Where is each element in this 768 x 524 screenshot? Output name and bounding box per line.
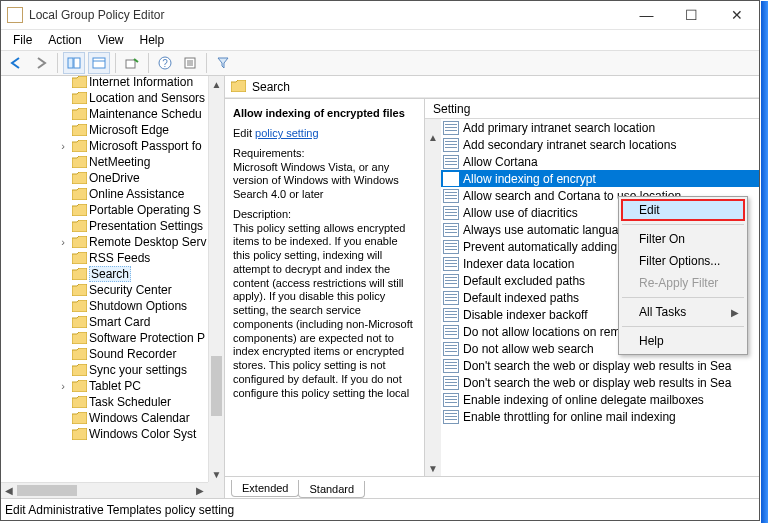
svg-rect-1: [74, 58, 80, 68]
export-button[interactable]: [121, 52, 143, 74]
tree-item-label: Sound Recorder: [89, 347, 176, 361]
filter-button[interactable]: [212, 52, 234, 74]
window-title: Local Group Policy Editor: [29, 8, 624, 22]
folder-icon: [71, 315, 87, 329]
tree-item[interactable]: Sound Recorder: [1, 346, 208, 362]
tree-item-label: Software Protection P: [89, 331, 205, 345]
folder-icon: [71, 171, 87, 185]
tree-twisty-icon[interactable]: ›: [57, 140, 69, 152]
tree-item[interactable]: Windows Color Syst: [1, 426, 208, 442]
tree-item[interactable]: Maintenance Schedu: [1, 106, 208, 122]
view-tabs: Extended Standard: [225, 476, 759, 498]
context-menu-item[interactable]: All Tasks▶: [621, 301, 745, 323]
tree-twisty-icon[interactable]: ›: [57, 236, 69, 248]
tree-item[interactable]: Task Scheduler: [1, 394, 208, 410]
refresh-button[interactable]: [179, 52, 201, 74]
tree-pane: Internet InformationLocation and Sensors…: [1, 76, 225, 498]
list-item[interactable]: Enable throttling for online mail indexi…: [441, 408, 759, 425]
tree-item[interactable]: Windows Calendar: [1, 410, 208, 426]
tree-item[interactable]: Online Assistance: [1, 186, 208, 202]
maximize-button[interactable]: ☐: [669, 1, 714, 30]
context-menu-item[interactable]: Filter On: [621, 228, 745, 250]
list-item[interactable]: Add primary intranet search location: [441, 119, 759, 136]
folder-icon: [71, 331, 87, 345]
menu-help[interactable]: Help: [134, 31, 171, 49]
tree-item-label: Smart Card: [89, 315, 150, 329]
tree-item[interactable]: ›Tablet PC: [1, 378, 208, 394]
menu-action[interactable]: Action: [42, 31, 87, 49]
statusbar: Edit Administrative Templates policy set…: [1, 498, 759, 520]
menu-file[interactable]: File: [7, 31, 38, 49]
folder-icon: [71, 139, 87, 153]
folder-icon: [71, 267, 87, 281]
policy-icon: [443, 291, 459, 305]
tree-item[interactable]: Presentation Settings: [1, 218, 208, 234]
folder-icon: [71, 107, 87, 121]
list-item[interactable]: Allow indexing of encrypt: [441, 170, 759, 187]
list-item-label: Disable indexer backoff: [463, 308, 588, 322]
list-item[interactable]: Don't search the web or display web resu…: [441, 357, 759, 374]
context-menu-item[interactable]: Edit: [621, 199, 745, 221]
help-button[interactable]: ?: [154, 52, 176, 74]
tree-item[interactable]: Sync your settings: [1, 362, 208, 378]
folder-icon: [71, 427, 87, 441]
context-menu-item: Re-Apply Filter: [621, 272, 745, 294]
tree-item[interactable]: Software Protection P: [1, 330, 208, 346]
tree-item[interactable]: Internet Information: [1, 76, 208, 90]
list-item[interactable]: Don't search the web or display web resu…: [441, 374, 759, 391]
edit-policy-link[interactable]: policy setting: [255, 127, 319, 139]
list-vscrollbar[interactable]: ▲ ▼: [425, 119, 441, 476]
close-button[interactable]: ✕: [714, 1, 759, 30]
tree-item[interactable]: ›Remote Desktop Serv: [1, 234, 208, 250]
tree-item[interactable]: Shutdown Options: [1, 298, 208, 314]
tree-item-label: RSS Feeds: [89, 251, 150, 265]
policy-icon: [443, 308, 459, 322]
tree-item-label: Sync your settings: [89, 363, 187, 377]
tree-item-label: Windows Calendar: [89, 411, 190, 425]
tab-standard[interactable]: Standard: [298, 481, 365, 498]
tree-item-label: Portable Operating S: [89, 203, 201, 217]
policy-icon: [443, 172, 459, 186]
tree-twisty-icon[interactable]: ›: [57, 380, 69, 392]
policy-icon: [443, 257, 459, 271]
forward-button[interactable]: [30, 52, 52, 74]
folder-icon: [71, 203, 87, 217]
tree-item[interactable]: Smart Card: [1, 314, 208, 330]
context-menu-item[interactable]: Help: [621, 330, 745, 352]
tree-item[interactable]: Security Center: [1, 282, 208, 298]
show-hide-tree-button[interactable]: [63, 52, 85, 74]
list-item-label: Allow use of diacritics: [463, 206, 578, 220]
back-button[interactable]: [5, 52, 27, 74]
tree-item-label: Presentation Settings: [89, 219, 203, 233]
context-menu-label: All Tasks: [639, 305, 686, 319]
menu-view[interactable]: View: [92, 31, 130, 49]
policy-icon: [443, 393, 459, 407]
column-header-setting[interactable]: Setting: [425, 99, 759, 119]
tree-item[interactable]: RSS Feeds: [1, 250, 208, 266]
tree-item[interactable]: Search: [1, 266, 208, 282]
tab-extended[interactable]: Extended: [231, 480, 299, 497]
tree-item[interactable]: Location and Sensors: [1, 90, 208, 106]
tree-hscrollbar[interactable]: ◀ ▶: [1, 482, 208, 498]
policy-icon: [443, 223, 459, 237]
tree-item-label: Tablet PC: [89, 379, 141, 393]
main-header-label: Search: [252, 80, 290, 94]
context-menu-label: Re-Apply Filter: [639, 276, 718, 290]
list-item[interactable]: Allow Cortana: [441, 153, 759, 170]
properties-button[interactable]: [88, 52, 110, 74]
list-item[interactable]: Enable indexing of online delegate mailb…: [441, 391, 759, 408]
tree-item-label: Maintenance Schedu: [89, 107, 202, 121]
tree-item[interactable]: ›Microsoft Passport fo: [1, 138, 208, 154]
tree-item[interactable]: Portable Operating S: [1, 202, 208, 218]
list-item-label: Don't search the web or display web resu…: [463, 376, 731, 390]
tree-item[interactable]: Microsoft Edge: [1, 122, 208, 138]
tree-vscrollbar[interactable]: ▲ ▼: [208, 76, 224, 482]
minimize-button[interactable]: —: [624, 1, 669, 30]
policy-icon: [443, 342, 459, 356]
list-item[interactable]: Add secondary intranet search locations: [441, 136, 759, 153]
tree-item[interactable]: NetMeeting: [1, 154, 208, 170]
policy-icon: [443, 240, 459, 254]
policy-icon: [443, 274, 459, 288]
context-menu-item[interactable]: Filter Options...: [621, 250, 745, 272]
tree-item[interactable]: OneDrive: [1, 170, 208, 186]
